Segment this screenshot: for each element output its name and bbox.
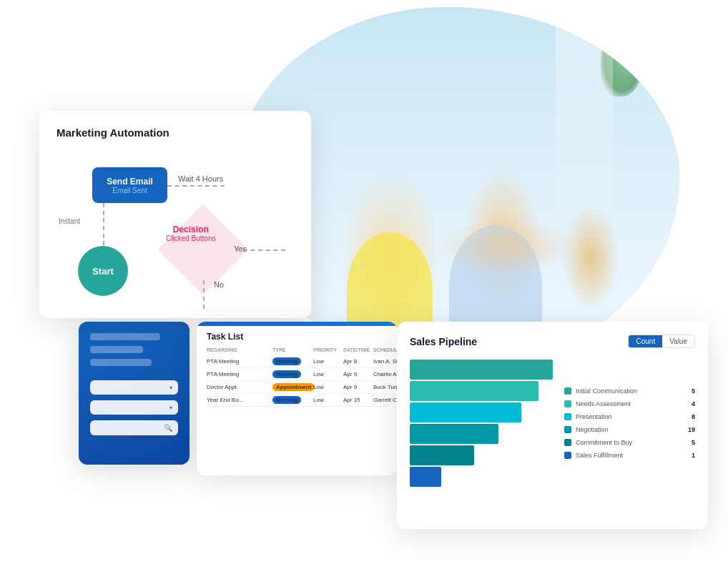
cell-with: Buck Turgidson [373, 384, 397, 390]
table-row: Year End Bu... Meeting Low Apr 15 Garret… [207, 394, 387, 407]
cell-type: Appointment [272, 383, 312, 391]
sales-pipeline-card: Sales Pipeline Count Value Initial Commu… [397, 322, 708, 529]
legend-label-4: Negotiation [576, 426, 679, 433]
sidebar-input-placeholder-2 [96, 404, 98, 411]
pipeline-header: Sales Pipeline Count Value [410, 335, 695, 348]
sidebar-dropdown-2[interactable]: ▾ [90, 400, 178, 415]
funnel-chart [410, 360, 553, 487]
cell-priority: Low [313, 384, 342, 390]
legend-count-2: 4 [684, 400, 695, 407]
legend-label-1: Initial Communication [576, 387, 679, 395]
toggle-value-button[interactable]: Value [662, 335, 694, 347]
legend-item-6: Sales Fulfillment 1 [564, 452, 695, 459]
cell-priority: Low [313, 371, 342, 377]
legend-label-3: Presentation [576, 413, 679, 420]
col-scheduled: SCHEDULED WITH [373, 347, 397, 352]
legend-item-5: Commitment to Buy 5 [564, 439, 695, 446]
col-regarding: REGARDING [207, 347, 271, 352]
sidebar-bar-2 [90, 346, 143, 353]
cell-with: Ivan A. Sheripak [373, 358, 397, 365]
search-icon: 🔍 [164, 424, 172, 432]
legend-item-3: Presentation 8 [564, 413, 695, 420]
send-email-node[interactable]: Send Email Email Sent [92, 167, 167, 203]
legend-color-5 [564, 439, 571, 446]
funnel-bar-2 [410, 381, 538, 401]
table-row: PTA Meeting Meeting Low Apr 9 Charlie Al… [207, 368, 387, 381]
legend-count-5: 5 [684, 439, 695, 446]
chevron-down-icon-2: ▾ [169, 405, 172, 411]
cell-date: Apr 9 [343, 371, 372, 377]
cell-regarding: Doctor Appt. [207, 384, 271, 390]
cell-with: Charlie Alrad [373, 371, 397, 377]
legend-label-2: Needs Assessment [576, 400, 679, 407]
cell-date: Apr 8 [343, 358, 372, 365]
legend-color-3 [564, 413, 571, 420]
funnel-bar-6 [410, 467, 441, 487]
pipeline-title: Sales Pipeline [410, 336, 477, 347]
cell-type: Meeting [272, 357, 312, 365]
pipeline-content: Initial Communication 5 Needs Assessment… [410, 360, 695, 487]
sidebar-dropdown-1[interactable]: ▾ [90, 380, 178, 395]
col-datetime: DATE/TIME [343, 347, 372, 352]
legend-item-2: Needs Assessment 4 [564, 400, 695, 407]
no-label: No [214, 280, 224, 289]
cell-priority: Low [313, 397, 342, 403]
cell-regarding: Year End Bu... [207, 397, 271, 403]
pipeline-legend: Initial Communication 5 Needs Assessment… [564, 360, 695, 487]
legend-color-1 [564, 387, 571, 395]
flow-line-h2 [235, 249, 285, 251]
sidebar-input-placeholder-1 [96, 384, 98, 391]
cell-date: Apr 9 [343, 384, 372, 390]
legend-label-6: Sales Fulfillment [576, 452, 679, 459]
flow-diagram: Instant Send Email Email Sent Wait 4 Hou… [56, 160, 294, 303]
cell-priority: Low [313, 358, 342, 365]
legend-color-6 [564, 452, 571, 459]
toggle-count-button[interactable]: Count [629, 335, 662, 347]
yes-label: Yes [234, 244, 247, 253]
send-email-label: Send Email [107, 177, 153, 187]
task-table-header: REGARDING TYPE PRIORITY DATE/TIME SCHEDU… [207, 347, 387, 352]
pipeline-toggle: Count Value [628, 335, 695, 348]
flow-line-v2 [203, 280, 205, 309]
sidebar-search-bar[interactable]: 🔍 [90, 420, 178, 435]
sidebar-bars-group [90, 333, 178, 366]
wait-label: Wait 4 Hours [178, 174, 223, 183]
task-list-card: Task List REGARDING TYPE PRIORITY DATE/T… [197, 322, 397, 475]
sidebar-bar-3 [90, 359, 152, 366]
funnel-bar-1 [410, 360, 553, 380]
legend-count-4: 19 [684, 426, 695, 433]
cell-type: Meeting [272, 396, 312, 404]
legend-label-5: Commitment to Buy [576, 439, 679, 446]
start-node[interactable]: Start [78, 246, 128, 296]
legend-color-4 [564, 426, 571, 433]
legend-item-4: Negotiation 19 [564, 426, 695, 433]
sidebar-bar-1 [90, 333, 160, 340]
email-sent-label: Email Sent [112, 187, 147, 194]
cell-with: Garrett Crane [373, 397, 397, 403]
col-priority: PRIORITY [313, 347, 342, 352]
cell-date: Apr 15 [343, 397, 372, 403]
chevron-down-icon-1: ▾ [169, 385, 172, 391]
instant-label: Instant [59, 217, 80, 225]
table-row: PTA Meeting Meeting Low Apr 8 Ivan A. Sh… [207, 355, 387, 368]
legend-item-1: Initial Communication 5 [564, 387, 695, 395]
legend-count-3: 8 [684, 413, 695, 420]
funnel-bar-4 [410, 424, 498, 444]
funnel-bar-5 [410, 445, 474, 465]
start-label: Start [92, 266, 114, 277]
marketing-title: Marketing Automation [56, 127, 294, 139]
legend-color-2 [564, 400, 571, 407]
cell-type: Meeting [272, 370, 312, 378]
legend-count-6: 1 [684, 452, 695, 459]
cell-regarding: PTA Meeting [207, 371, 271, 377]
col-type: TYPE [272, 347, 312, 352]
cell-regarding: PTA Meeting [207, 358, 271, 365]
flow-line-h1 [167, 185, 225, 187]
table-row: Doctor Appt. Appointment Low Apr 9 Buck … [207, 381, 387, 394]
funnel-bar-3 [410, 402, 521, 422]
legend-count-1: 5 [684, 387, 695, 395]
crm-sidebar-card: ▾ ▾ 🔍 [79, 322, 190, 465]
marketing-automation-card: Marketing Automation Instant Send Email … [39, 111, 311, 318]
task-list-title: Task List [207, 332, 387, 342]
